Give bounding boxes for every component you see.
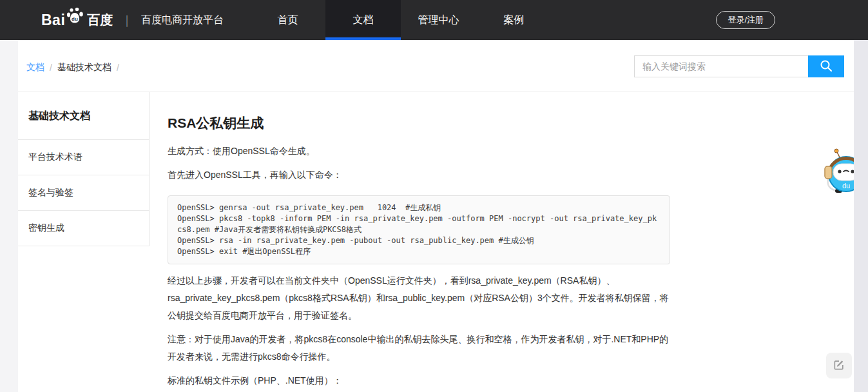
- nav-tab-home[interactable]: 首页: [250, 0, 325, 40]
- login-register-button[interactable]: 登录/注册: [716, 11, 775, 29]
- content-panel: 文档 / 基础技术文档 / 基础技术文档 平台技术术语 签名与验签 密钥生成: [18, 40, 854, 392]
- paragraph-gen-method: 生成方式：使用OpenSSL命令生成。: [168, 142, 670, 160]
- nav-tab-console[interactable]: 管理中心: [401, 0, 476, 40]
- product-name: 百度电商开放平台: [141, 14, 224, 27]
- main-nav-tabs: 首页 文档 管理中心 案例: [250, 0, 552, 40]
- logo-text-cn: 百度: [87, 12, 113, 29]
- breadcrumb-bar: 文档 / 基础技术文档 /: [18, 40, 854, 92]
- panel-body: 基础技术文档 平台技术术语 签名与验签 密钥生成 RSA公私钥生成 生成方式：使…: [18, 92, 854, 392]
- nav-tab-docs[interactable]: 文档: [325, 0, 401, 40]
- breadcrumb-current: 基础技术文档: [57, 62, 111, 74]
- breadcrumb-link-docs[interactable]: 文档: [26, 62, 44, 74]
- breadcrumb-separator: /: [50, 63, 52, 73]
- paragraph-openssl-intro: 首先进入OpenSSL工具，再输入以下命令：: [168, 166, 670, 184]
- baidu-logo[interactable]: Bai du 百度 ｜ 百度电商开放平台: [41, 0, 224, 40]
- sidebar-item-keygen[interactable]: 密钥生成: [18, 211, 149, 246]
- article: RSA公私钥生成 生成方式：使用OpenSSL命令生成。 首先进入OpenSSL…: [149, 92, 670, 392]
- svg-text:du: du: [72, 16, 78, 22]
- search-icon: [819, 59, 833, 75]
- edit-pencil-icon: [833, 358, 845, 373]
- logo-divider: ｜: [121, 12, 133, 28]
- feedback-edit-button[interactable]: [826, 353, 852, 378]
- code-block-openssl-commands: OpenSSL> genrsa -out rsa_private_key.pem…: [168, 195, 670, 264]
- sidebar-item-terms[interactable]: 平台技术术语: [18, 140, 149, 175]
- docs-sidebar: 基础技术文档 平台技术术语 签名与验签 密钥生成: [18, 92, 149, 246]
- search-button[interactable]: [808, 55, 844, 77]
- logo-text-bai: Bai: [41, 12, 65, 29]
- search-box: [634, 55, 844, 77]
- breadcrumb-separator: /: [117, 63, 119, 73]
- sidebar-title-basic-docs[interactable]: 基础技术文档: [18, 92, 149, 140]
- nav-tab-cases[interactable]: 案例: [476, 0, 552, 40]
- breadcrumb: 文档 / 基础技术文档 /: [26, 62, 119, 74]
- top-navbar: Bai du 百度 ｜ 百度电商开放平台 首页 文档 管理中心 案例 登录/注册: [0, 0, 868, 40]
- paragraph-key-example-label: 标准的私钥文件示例（PHP、.NET使用）：: [168, 372, 670, 389]
- paragraph-steps-result: 经过以上步骤，开发者可以在当前文件夹中（OpenSSL运行文件夹），看到rsa_…: [168, 272, 670, 324]
- baidu-paw-icon: du: [66, 6, 85, 28]
- sidebar-item-signature[interactable]: 签名与验签: [18, 175, 149, 211]
- mascot-du-label: du: [842, 182, 850, 190]
- page-title: RSA公私钥生成: [168, 114, 670, 132]
- search-input[interactable]: [634, 55, 808, 77]
- scrollbar-track[interactable]: [854, 40, 868, 392]
- paragraph-java-note: 注意：对于使用Java的开发者，将pkcs8在console中输出的私钥去除头尾…: [168, 331, 670, 366]
